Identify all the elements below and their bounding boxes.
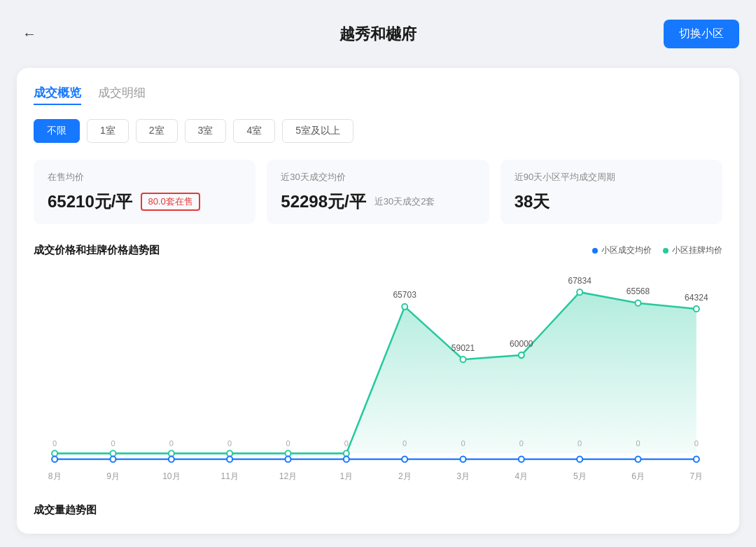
stat-value-row-listing: 65210元/平 80.0套在售 xyxy=(48,191,241,213)
zero-label-9: 0 xyxy=(578,439,582,448)
stat-card-transaction-price: 近30天成交均价 52298元/平 近30天成交2套 xyxy=(267,160,489,224)
green-dot-2 xyxy=(169,450,174,456)
zero-label-7: 0 xyxy=(461,439,465,448)
x-label-2: 10月 xyxy=(162,471,180,480)
blue-dot-3 xyxy=(227,457,232,462)
stat-card-listing-price: 在售均价 65210元/平 80.0套在售 xyxy=(34,160,255,224)
chart-title: 成交价格和挂牌价格趋势图 xyxy=(34,244,160,257)
zero-label-2: 0 xyxy=(169,439,174,448)
label-59021: 59021 xyxy=(451,343,475,353)
zero-label-3: 0 xyxy=(227,439,232,448)
green-dot-4 xyxy=(285,450,290,456)
x-label-0: 8月 xyxy=(48,471,62,480)
x-label-4: 12月 xyxy=(279,471,297,480)
bottom-section-title: 成交量趋势图 xyxy=(34,504,722,517)
blue-dot-10 xyxy=(635,457,640,462)
tab-row: 成交概览 成交明细 xyxy=(34,85,722,105)
x-label-1: 9月 xyxy=(106,471,120,480)
green-dot-8 xyxy=(519,352,524,358)
stat-sub-transaction: 近30天成交2套 xyxy=(374,195,435,208)
stat-value-row-transaction: 52298元/平 近30天成交2套 xyxy=(281,191,475,213)
page-container: ← 越秀和樾府 切换小区 成交概览 成交明细 不限 1室 2室 3室 4室 5室… xyxy=(0,0,756,547)
filter-4room[interactable]: 4室 xyxy=(233,119,275,143)
chart-section: 成交价格和挂牌价格趋势图 小区成交均价 小区挂牌均价 xyxy=(34,244,722,490)
blue-dot-8 xyxy=(519,457,524,462)
x-label-10: 6月 xyxy=(631,471,645,480)
switch-community-button[interactable]: 切换小区 xyxy=(664,20,739,48)
stat-value-listing: 65210元/平 xyxy=(48,191,132,213)
chart-green-fill xyxy=(55,292,696,453)
green-dot-6 xyxy=(402,304,407,310)
stat-card-cycle: 近90天小区平均成交周期 38天 xyxy=(500,160,722,224)
chart-container: 65703 59021 60000 67834 65568 64324 0 0 … xyxy=(34,265,722,490)
filter-2room[interactable]: 2室 xyxy=(136,119,178,143)
listing-badge: 80.0套在售 xyxy=(141,193,200,211)
zero-label-8: 0 xyxy=(519,439,524,448)
blue-dot-11 xyxy=(694,457,699,462)
zero-label-4: 0 xyxy=(286,439,290,448)
legend-label-listing: 小区挂牌均价 xyxy=(672,244,722,256)
x-label-8: 4月 xyxy=(515,471,528,480)
zero-label-0: 0 xyxy=(52,439,57,448)
filter-row: 不限 1室 2室 3室 4室 5室及以上 xyxy=(34,119,722,143)
zero-label-10: 0 xyxy=(636,439,640,448)
chart-legend: 小区成交均价 小区挂牌均价 xyxy=(592,244,722,256)
back-button[interactable]: ← xyxy=(17,22,42,47)
x-label-7: 3月 xyxy=(456,471,470,480)
filter-1room[interactable]: 1室 xyxy=(87,119,129,143)
legend-dot-transaction xyxy=(592,248,598,254)
blue-dot-5 xyxy=(344,457,349,462)
x-label-3: 11月 xyxy=(221,471,239,480)
legend-item-listing: 小区挂牌均价 xyxy=(663,244,722,256)
stat-label-transaction: 近30天成交均价 xyxy=(281,171,475,184)
tab-overview[interactable]: 成交概览 xyxy=(34,85,81,105)
zero-label-1: 0 xyxy=(111,439,115,448)
blue-dot-6 xyxy=(402,457,407,462)
chart-svg: 65703 59021 60000 67834 65568 64324 0 0 … xyxy=(34,265,722,490)
x-label-11: 7月 xyxy=(690,471,704,480)
green-dot-10 xyxy=(635,300,640,306)
green-dot-11 xyxy=(694,306,699,312)
blue-dot-1 xyxy=(110,457,115,462)
stat-value-cycle: 38天 xyxy=(514,191,550,213)
chart-header: 成交价格和挂牌价格趋势图 小区成交均价 小区挂牌均价 xyxy=(34,244,722,257)
label-64324: 64324 xyxy=(685,292,708,302)
filter-all[interactable]: 不限 xyxy=(34,119,80,143)
zero-label-11: 0 xyxy=(694,439,699,448)
page-title: 越秀和樾府 xyxy=(340,24,416,45)
zero-label-6: 0 xyxy=(402,439,407,448)
x-label-9: 5月 xyxy=(573,471,587,480)
stats-row: 在售均价 65210元/平 80.0套在售 近30天成交均价 52298元/平 … xyxy=(34,160,722,224)
green-dot-9 xyxy=(577,289,582,295)
blue-dot-9 xyxy=(577,457,582,462)
label-65568: 65568 xyxy=(626,286,650,296)
blue-dot-4 xyxy=(285,457,290,462)
green-dot-0 xyxy=(52,450,57,456)
zero-label-5: 0 xyxy=(344,439,349,448)
back-icon: ← xyxy=(22,26,36,42)
tab-detail[interactable]: 成交明细 xyxy=(98,85,146,105)
green-dot-3 xyxy=(227,450,232,456)
blue-dot-0 xyxy=(52,457,57,462)
x-label-5: 1月 xyxy=(340,471,354,480)
stat-label-cycle: 近90天小区平均成交周期 xyxy=(514,171,708,184)
filter-5room[interactable]: 5室及以上 xyxy=(282,119,354,143)
blue-dot-2 xyxy=(169,457,174,462)
label-67834: 67834 xyxy=(568,276,592,286)
header: ← 越秀和樾府 切换小区 xyxy=(17,14,739,54)
green-dot-5 xyxy=(344,450,349,456)
label-60000: 60000 xyxy=(510,338,533,348)
main-card: 成交概览 成交明细 不限 1室 2室 3室 4室 5室及以上 在售均价 6521… xyxy=(17,68,739,534)
label-65703: 65703 xyxy=(393,290,416,300)
green-dot-7 xyxy=(460,356,465,362)
stat-label-listing: 在售均价 xyxy=(48,171,241,184)
legend-label-transaction: 小区成交均价 xyxy=(601,244,652,256)
stat-value-transaction: 52298元/平 xyxy=(281,191,365,213)
blue-dot-7 xyxy=(460,457,465,462)
stat-value-row-cycle: 38天 xyxy=(514,191,708,213)
legend-dot-listing xyxy=(663,248,668,254)
x-label-6: 2月 xyxy=(398,471,412,480)
filter-3room[interactable]: 3室 xyxy=(185,119,227,143)
legend-item-transaction: 小区成交均价 xyxy=(592,244,652,256)
green-dot-1 xyxy=(110,450,115,456)
